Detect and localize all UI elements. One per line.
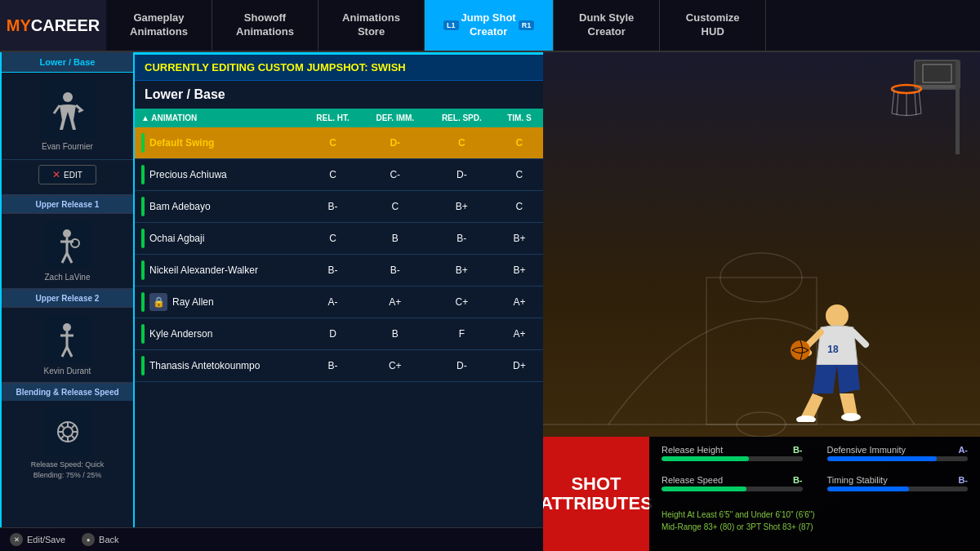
animation-name: Ochai Agbaji [149, 233, 204, 244]
edit-button[interactable]: ✕ EDIT [38, 165, 96, 184]
grade-cell-def_imm: D- [363, 127, 428, 159]
grade-cell-rel_spd: B- [428, 223, 496, 255]
table-row[interactable]: 🔒Ray AllenA-A+C+A+ [135, 287, 543, 318]
table-header-row: ▲ ANIMATION REL. HT. DEF. IMM. REL. SPD.… [135, 109, 543, 127]
grade-cell-tim_s: A+ [496, 287, 543, 318]
grade-cell-rel_ht: B- [303, 255, 362, 287]
svg-line-11 [72, 436, 75, 439]
nav-jump-shot-creator[interactable]: L1 Jump ShotCreator R1 [425, 0, 554, 51]
table-row[interactable]: Kyle AndersonDBFA+ [135, 318, 543, 350]
svg-line-24 [897, 92, 898, 115]
green-bar [141, 324, 145, 344]
grade-cell-rel_spd: C [428, 127, 496, 159]
grade-cell-rel_spd: D- [428, 159, 496, 191]
stat-bar-fill [827, 456, 938, 461]
svg-line-13 [60, 436, 64, 439]
edit-save-btn[interactable]: ✕ Edit/Save [10, 533, 65, 546]
grade-cell-rel_spd: F [428, 318, 496, 350]
grade-cell-def_imm: C+ [363, 350, 428, 382]
blending-label: Blending & Release Speed [2, 383, 133, 401]
upper-release-1-label: Upper Release 1 [2, 195, 133, 214]
svg-line-12 [72, 424, 75, 428]
nav-items: GameplayAnimations ShowoffAnimations Ani… [106, 0, 980, 51]
green-bar [141, 229, 145, 248]
grade-cell-def_imm: A+ [363, 287, 428, 318]
col-animation: ▲ ANIMATION [135, 109, 303, 127]
nav-customize-hud[interactable]: CustomizeHUD [660, 0, 766, 51]
col-tim-s: TIM. S [496, 109, 543, 127]
stat-row-timing-stability: Timing StabilityB- [827, 475, 969, 501]
svg-point-32 [791, 340, 810, 360]
top-navigation: MYCAREER GameplayAnimations ShowoffAnima… [0, 0, 980, 52]
animation-table-container[interactable]: ▲ ANIMATION REL. HT. DEF. IMM. REL. SPD.… [135, 109, 543, 529]
table-row[interactable]: Bam AdebayoB-CB+C [135, 191, 543, 223]
shot-attributes-label: SHOT ATTRIBUTES [543, 437, 649, 551]
blending-icon [43, 407, 92, 456]
grade-cell-rel_spd: B+ [428, 191, 496, 223]
blending-card: Release Speed: Quick Blending: 75% / 25% [2, 401, 133, 487]
anim-name-cell: Precious Achiuwa [135, 159, 303, 190]
anim-name-cell: Ochai Agbaji [135, 223, 303, 254]
anim-name-cell: 🔒Ray Allen [135, 287, 303, 318]
svg-point-1 [63, 229, 71, 238]
grade-cell-tim_s: C [496, 159, 543, 191]
grade-cell-tim_s: D+ [496, 350, 543, 382]
left-panel: Lower / Base Evan Fournier ✕ EDIT [0, 52, 135, 551]
grade-cell-rel_ht: C [303, 127, 362, 159]
grade-cell-def_imm: C [363, 191, 428, 223]
upper-release-2-card: Kevin Durant [2, 308, 133, 383]
animation-name: Precious Achiuwa [149, 169, 227, 180]
col-rel-ht: REL. HT. [303, 109, 362, 127]
svg-text:18: 18 [827, 344, 839, 355]
green-bar [141, 197, 145, 216]
evan-fournier-icon [39, 81, 96, 138]
bottom-bar: ✕ Edit/Save ● Back [0, 527, 543, 551]
stat-bar-fill [827, 487, 909, 491]
svg-point-2 [71, 239, 79, 247]
nav-animations-store[interactable]: AnimationsStore [318, 0, 425, 51]
hoop-area [866, 56, 964, 154]
svg-point-28 [826, 304, 849, 327]
green-bar [141, 356, 145, 375]
stat-grade: A- [958, 445, 968, 455]
stat-bar-fill [662, 487, 746, 491]
animation-name: Nickeil Alexander-Walker [149, 264, 258, 276]
back-btn[interactable]: ● Back [82, 533, 118, 546]
logo-my: MY [7, 16, 31, 35]
x-icon: ✕ [52, 169, 60, 180]
grade-cell-rel_spd: B+ [428, 255, 496, 287]
grade-cell-rel_ht: C [303, 159, 362, 191]
grade-cell-rel_ht: B- [303, 350, 362, 382]
nav-showoff-animations[interactable]: ShowoffAnimations [212, 0, 318, 51]
table-row[interactable]: Precious AchiuwaCC-D-C [135, 159, 543, 191]
grade-cell-def_imm: B [363, 223, 428, 255]
lock-icon: 🔒 [149, 293, 167, 311]
zach-lavine-icon [43, 220, 92, 269]
grade-cell-def_imm: B [363, 318, 428, 350]
green-bar [141, 165, 145, 184]
player-svg: 18 [776, 291, 874, 422]
green-bar [141, 133, 145, 153]
animation-name: Bam Adebayo [149, 201, 211, 212]
stat-grade: B- [793, 445, 803, 455]
court-lines [543, 196, 980, 441]
table-row[interactable]: Nickeil Alexander-WalkerB-B-B+B+ [135, 255, 543, 287]
table-row[interactable]: Default SwingCD-CC [135, 127, 543, 159]
lower-base-header: Lower / Base [2, 52, 133, 73]
edit-save-icon: ✕ [10, 533, 23, 546]
nav-gameplay-animations[interactable]: GameplayAnimations [106, 0, 212, 51]
anim-name-cell: Nickeil Alexander-Walker [135, 255, 303, 286]
stats-area: Release HeightB-Defensive ImmunityA-Rele… [649, 437, 980, 551]
stat-row-release-height: Release HeightB- [662, 445, 803, 471]
r1-badge: R1 [519, 20, 535, 30]
animation-name: Default Swing [149, 137, 214, 149]
table-row[interactable]: Thanasis AntetokounmpoB-C+D-D+ [135, 350, 543, 382]
green-bar [141, 260, 145, 280]
table-row[interactable]: Ochai AgbajiCBB-B+ [135, 223, 543, 255]
stat-row-defensive-immunity: Defensive ImmunityA- [827, 445, 969, 471]
table-panel: CURRENTLY EDITING CUSTOM JUMPSHOT: SWISH… [135, 52, 543, 551]
jumpshot-name: SWISH [371, 61, 406, 73]
lower-base-player-name: Evan Fournier [42, 142, 93, 151]
nav-dunk-style-creator[interactable]: Dunk StyleCreator [554, 0, 660, 51]
svg-point-0 [63, 92, 73, 102]
